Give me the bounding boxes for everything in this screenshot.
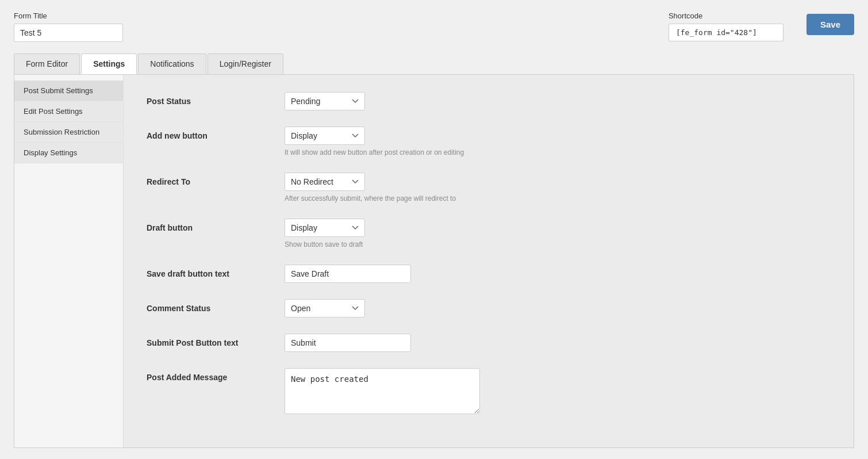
redirect-to-select[interactable]: No Redirect Same Page Custom URL [285,173,365,191]
save-draft-text-control [285,265,831,283]
submit-button-text-label: Submit Post Button text [147,334,273,347]
shortcode-value: [fe_form id="428"] [669,24,783,41]
submit-button-text-input[interactable] [285,334,411,352]
form-title-input[interactable] [14,24,123,42]
tab-form-editor[interactable]: Form Editor [14,53,80,74]
tab-settings[interactable]: Settings [81,53,137,74]
save-draft-text-input[interactable] [285,265,411,283]
sidebar-item-post-submit[interactable]: Post Submit Settings [14,81,123,101]
redirect-to-label: Redirect To [147,173,273,186]
draft-button-hint: Show button save to draft [285,240,831,248]
sidebar-item-edit-post[interactable]: Edit Post Settings [14,101,123,122]
post-added-message-row: Post Added Message New post created [147,368,831,414]
shortcode-label: Shortcode [669,12,702,20]
tab-login-register[interactable]: Login/Register [208,53,283,74]
tabs-row: Form Editor Settings Notifications Login… [14,53,854,74]
redirect-to-control: No Redirect Same Page Custom URL After s… [285,173,831,202]
post-status-row: Post Status Pending Publish Draft Privat… [147,92,831,110]
add-new-button-select[interactable]: Display Hide [285,127,365,145]
save-button[interactable]: Save [806,14,854,35]
comment-status-select[interactable]: Open Closed [285,299,365,318]
add-new-button-label: Add new button [147,127,273,140]
save-draft-text-row: Save draft button text [147,265,831,283]
add-new-button-control: Display Hide It will show add new button… [285,127,831,156]
redirect-to-row: Redirect To No Redirect Same Page Custom… [147,173,831,202]
post-status-select[interactable]: Pending Publish Draft Private [285,92,365,110]
post-added-message-control: New post created [285,368,831,414]
add-new-button-row: Add new button Display Hide It will show… [147,127,831,156]
add-new-button-hint: It will show add new button after post c… [285,148,831,156]
sidebar-item-display-settings[interactable]: Display Settings [14,143,123,163]
post-added-message-textarea[interactable]: New post created [285,368,480,414]
draft-button-select[interactable]: Display Hide [285,219,365,237]
draft-button-label: Draft button [147,219,273,232]
sidebar-item-submission-restriction[interactable]: Submission Restriction [14,122,123,143]
draft-button-row: Draft button Display Hide Show button sa… [147,219,831,248]
sidebar: Post Submit Settings Edit Post Settings … [14,75,124,447]
redirect-to-hint: After successfully submit, where the pag… [285,194,831,202]
post-status-label: Post Status [147,92,273,106]
draft-button-control: Display Hide Show button save to draft [285,219,831,248]
comment-status-row: Comment Status Open Closed [147,299,831,318]
post-added-message-label: Post Added Message [147,368,273,382]
tab-notifications[interactable]: Notifications [138,53,206,74]
save-draft-text-label: Save draft button text [147,265,273,278]
main-content: Post Status Pending Publish Draft Privat… [124,75,854,447]
submit-button-text-row: Submit Post Button text [147,334,831,352]
submit-button-text-control [285,334,831,352]
form-title-label: Form Title [14,12,123,20]
post-status-control: Pending Publish Draft Private [285,92,831,110]
comment-status-label: Comment Status [147,299,273,313]
comment-status-control: Open Closed [285,299,831,318]
